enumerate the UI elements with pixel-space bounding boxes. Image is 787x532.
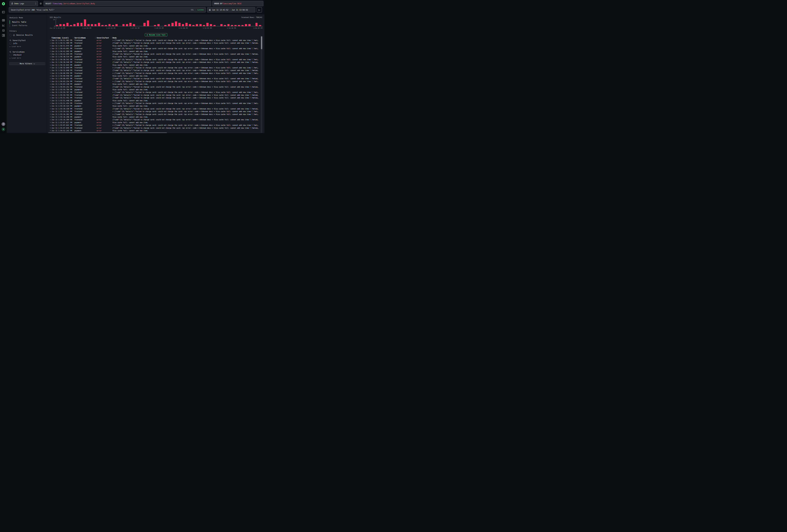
row-expand-chevron-icon[interactable] xyxy=(49,47,51,50)
log-row[interactable]: Jun 11 1:55:16.302 PM frontend error × {… xyxy=(48,113,264,116)
log-row[interactable]: Jun 11 1:56:38.534 PM payment error Visa… xyxy=(48,56,264,58)
denoise-results-toggle[interactable]: Denoise Results xyxy=(7,34,47,37)
row-expand-chevron-icon[interactable] xyxy=(49,97,51,99)
column-header-servicename[interactable]: ServiceName xyxy=(75,37,97,39)
load-more-button[interactable]: Load more xyxy=(7,45,47,48)
filter-value-row[interactable]: info xyxy=(7,42,47,45)
log-row[interactable]: Jun 11 1:56:42.995 PM payment error Visa… xyxy=(48,50,264,53)
log-row[interactable]: Jun 11 1:55:59.765 PM frontend error {"c… xyxy=(48,94,264,97)
row-expand-chevron-icon[interactable] xyxy=(49,61,51,64)
row-expand-chevron-icon[interactable] xyxy=(49,72,51,75)
row-expand-chevron-icon[interactable] xyxy=(49,121,51,124)
log-row[interactable]: Jun 11 1:56:03.252 PM frontend error {"c… xyxy=(48,86,264,88)
mode-results-table[interactable]: Results Table xyxy=(9,20,47,24)
user-avatar[interactable]: U xyxy=(2,127,5,131)
chart-explorer-icon[interactable] xyxy=(2,24,5,27)
vertical-scrollbar-thumb[interactable] xyxy=(261,36,262,49)
row-expand-chevron-icon[interactable] xyxy=(49,69,51,72)
horizontal-scrollbar-thumb[interactable] xyxy=(48,132,167,133)
row-expand-chevron-icon[interactable] xyxy=(49,75,51,77)
row-expand-chevron-icon[interactable] xyxy=(49,64,51,66)
log-row[interactable]: Jun 11 1:55:16.300 PM frontend error {"c… xyxy=(48,119,264,121)
log-row[interactable]: Jun 11 1:56:38.540 PM frontend error {"c… xyxy=(48,61,264,64)
row-expand-chevron-icon[interactable] xyxy=(49,105,51,107)
row-expand-chevron-icon[interactable] xyxy=(49,107,51,110)
row-expand-chevron-icon[interactable] xyxy=(49,50,51,53)
row-expand-chevron-icon[interactable] xyxy=(49,91,51,94)
dashboards-icon[interactable] xyxy=(2,34,5,37)
source-select[interactable]: Demo Logs xyxy=(9,1,38,6)
run-query-button[interactable]: ▷ xyxy=(257,7,262,13)
log-row[interactable]: Jun 11 1:55:51.454 PM frontend error × {… xyxy=(48,102,264,105)
row-expand-chevron-icon[interactable] xyxy=(49,99,51,102)
horizontal-scrollbar[interactable] xyxy=(48,132,261,133)
log-row[interactable]: Jun 11 1:55:59.767 PM frontend error × {… xyxy=(48,91,264,94)
filter-value-row[interactable]: checkout xyxy=(7,54,47,57)
filter-value-checkbox[interactable] xyxy=(9,42,12,45)
row-expand-chevron-icon[interactable] xyxy=(49,86,51,88)
select-query-input[interactable]: SELECT Timestamp, ServiceName, SeverityT… xyxy=(44,1,211,6)
mode-lucene-button[interactable]: Lucene xyxy=(197,9,204,11)
row-expand-chevron-icon[interactable] xyxy=(49,129,51,132)
row-expand-chevron-icon[interactable] xyxy=(49,45,51,47)
row-expand-chevron-icon[interactable] xyxy=(49,53,51,56)
sidebar-toggle-icon[interactable] xyxy=(2,10,5,14)
order-by-input[interactable]: ORDER BY TimestampTime DESC xyxy=(212,1,263,6)
mode-event-patterns[interactable]: Event Patterns xyxy=(9,24,47,27)
row-expand-chevron-icon[interactable] xyxy=(49,66,51,69)
row-expand-chevron-icon[interactable] xyxy=(49,58,51,61)
log-row[interactable]: Jun 11 1:54:52.241 PM payment error Visa… xyxy=(48,129,264,132)
gear-icon[interactable]: ⚙ xyxy=(39,2,42,5)
log-row[interactable]: Jun 11 1:55:39.330 PM frontend error {"c… xyxy=(48,107,264,110)
row-expand-chevron-icon[interactable] xyxy=(49,110,51,113)
column-resize-handle[interactable] xyxy=(73,37,73,39)
row-expand-chevron-icon[interactable] xyxy=(49,42,51,44)
log-row[interactable]: Jun 11 1:56:43.001 PM frontend error × {… xyxy=(48,47,264,50)
column-header-severitytext[interactable]: SeverityText xyxy=(97,37,112,39)
log-row[interactable]: Jun 11 1:55:07.835 PM frontend error {"c… xyxy=(48,127,264,129)
mode-sql-button[interactable]: SQL xyxy=(191,9,194,11)
row-expand-chevron-icon[interactable] xyxy=(49,116,51,119)
row-expand-chevron-icon[interactable] xyxy=(49,77,51,80)
log-row[interactable]: Jun 11 1:56:51.982 PM frontend error × {… xyxy=(48,39,264,42)
log-row[interactable]: Jun 11 1:56:32.849 PM frontend error × {… xyxy=(48,66,264,69)
log-row[interactable]: Jun 11 1:56:38.542 PM frontend error × {… xyxy=(48,58,264,61)
row-expand-chevron-icon[interactable] xyxy=(49,88,51,91)
log-row[interactable]: Jun 11 1:56:42.999 PM frontend error {"c… xyxy=(48,53,264,56)
log-row[interactable]: Jun 11 1:56:51.980 PM frontend error {"c… xyxy=(48,42,264,44)
log-row[interactable]: Jun 11 1:56:03.248 PM payment error Visa… xyxy=(48,83,264,85)
time-range-picker[interactable]: Jun 11 13:41:52 - Jun 11 13:56:52 xyxy=(207,7,255,13)
app-logo-icon[interactable] xyxy=(2,2,5,5)
column-resize-handle[interactable] xyxy=(111,37,111,39)
filter-value-checkbox[interactable] xyxy=(9,54,12,56)
column-resize-handle[interactable] xyxy=(95,37,95,39)
column-header-timestamp[interactable]: Timestamp (Local) xyxy=(51,37,75,39)
log-row[interactable]: Jun 11 1:56:08.955 PM frontend error {"c… xyxy=(48,77,264,80)
denoise-checkbox[interactable] xyxy=(9,34,12,36)
log-row[interactable]: Jun 11 1:55:39.324 PM payment error Visa… xyxy=(48,105,264,107)
row-expand-chevron-icon[interactable] xyxy=(49,102,51,105)
log-row[interactable]: Jun 11 1:56:08.956 PM frontend error × {… xyxy=(48,72,264,75)
row-expand-chevron-icon[interactable] xyxy=(49,119,51,121)
log-row[interactable]: Jun 11 1:56:32.848 PM frontend error {"c… xyxy=(48,69,264,72)
log-row[interactable]: Jun 11 1:55:51.452 PM frontend error {"c… xyxy=(48,97,264,99)
row-expand-chevron-icon[interactable] xyxy=(49,80,51,83)
log-row[interactable]: Jun 11 1:55:51.448 PM payment error Visa… xyxy=(48,99,264,102)
log-row[interactable]: Jun 11 1:56:32.843 PM payment error Visa… xyxy=(48,64,264,66)
row-expand-chevron-icon[interactable] xyxy=(49,39,51,42)
log-row[interactable]: Jun 11 1:55:59.760 PM payment error Visa… xyxy=(48,88,264,91)
log-row[interactable]: Jun 11 1:55:07.841 PM frontend error × {… xyxy=(48,124,264,127)
log-row[interactable]: Jun 11 1:55:39.331 PM frontend error × {… xyxy=(48,110,264,113)
column-header-body[interactable]: Body xyxy=(112,37,262,39)
log-row[interactable]: Jun 11 1:56:08.948 PM payment error Visa… xyxy=(48,75,264,77)
help-button[interactable]: ? xyxy=(2,122,5,126)
row-expand-chevron-icon[interactable] xyxy=(49,124,51,127)
more-filters-button[interactable]: More filters xyxy=(9,62,45,65)
log-row[interactable]: Jun 11 1:55:07.827 PM payment error Visa… xyxy=(48,121,264,124)
row-expand-chevron-icon[interactable] xyxy=(49,113,51,116)
log-row[interactable]: Jun 11 1:55:16.296 PM payment error Visa… xyxy=(48,116,264,119)
row-expand-chevron-icon[interactable] xyxy=(49,94,51,97)
logs-search-icon[interactable] xyxy=(2,19,5,22)
sessions-laptop-icon[interactable] xyxy=(2,29,5,32)
vertical-scrollbar[interactable] xyxy=(261,36,262,133)
